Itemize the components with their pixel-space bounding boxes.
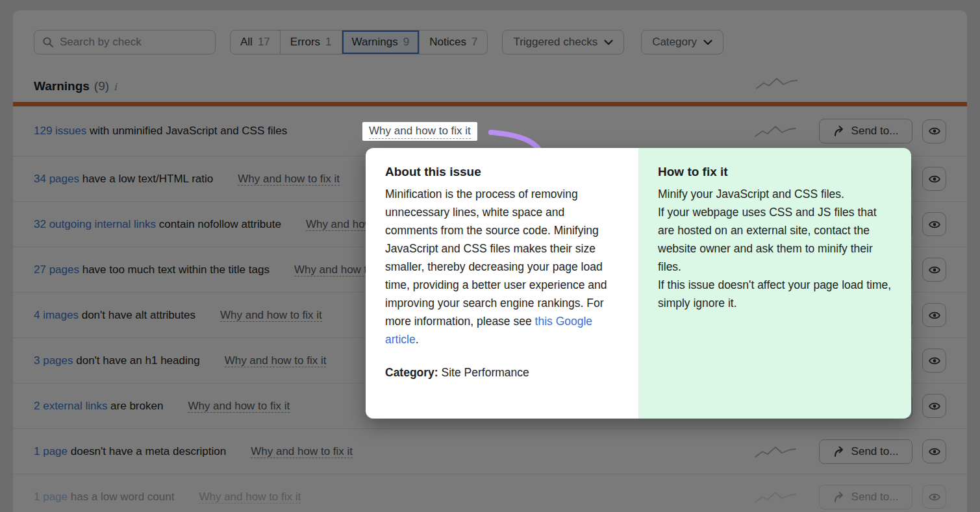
about-issue-body: Minification is the process of removing … <box>385 185 619 348</box>
why-how-spotlight-link[interactable]: Why and how to fix it <box>362 122 477 141</box>
fix-line: Minify your JavaScript and CSS files. <box>658 188 844 201</box>
fix-line: If this issue doesn't affect your page l… <box>658 278 891 310</box>
category-line-label: Category: <box>385 366 438 379</box>
about-text: Minification is the process of removing … <box>385 188 607 328</box>
about-issue-panel: About this issue Minification is the pro… <box>366 148 638 419</box>
issue-info-popup: About this issue Minification is the pro… <box>366 148 911 419</box>
category-line: Category: Site Performance <box>385 363 619 382</box>
fix-line: If your webpage uses CSS and JS files th… <box>658 206 877 273</box>
about-issue-title: About this issue <box>385 165 619 179</box>
how-to-fix-title: How to fix it <box>658 165 892 179</box>
category-line-value: Site Performance <box>438 366 529 379</box>
why-how-spotlight-label: Why and how to fix it <box>369 125 471 139</box>
about-text-end: . <box>416 333 419 346</box>
how-to-fix-panel: How to fix it Minify your JavaScript and… <box>638 148 911 419</box>
how-to-fix-body: Minify your JavaScript and CSS files. If… <box>658 185 892 312</box>
site-audit-page: All 17 Errors 1 Warnings 9 Notices 7 Tri… <box>0 0 980 512</box>
